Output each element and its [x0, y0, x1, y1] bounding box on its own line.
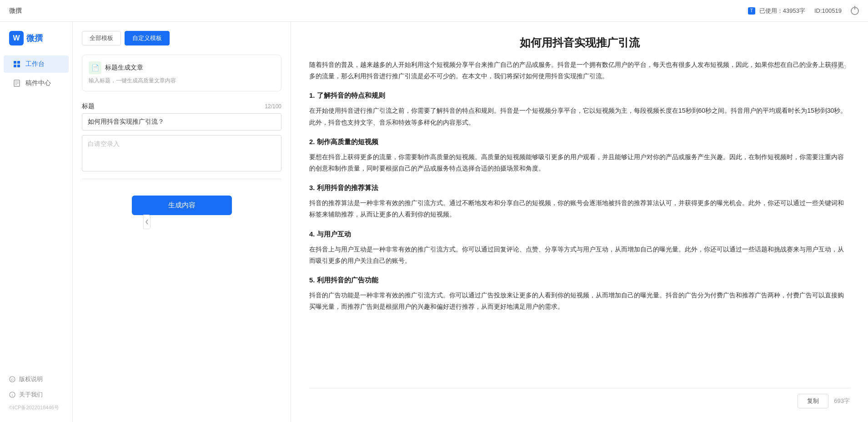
title-input[interactable] [82, 113, 281, 131]
usage-indicator: T 已使用：43953字 [748, 7, 805, 15]
sidebar-bottom: © 版权说明 i 关于我们 ©ICP备2022018446号 [0, 372, 72, 422]
sidebar-item-copyright[interactable]: © 版权说明 [0, 372, 72, 387]
sidebar: W 微撰 工作台 [0, 22, 73, 422]
drafts-label: 稿件中心 [25, 79, 51, 87]
tab-bar: 全部模板 自定义模板 [82, 31, 281, 45]
sidebar-item-drafts[interactable]: 稿件中心 [4, 75, 69, 92]
copy-button[interactable]: 复制 [798, 394, 828, 408]
main-layout: W 微撰 工作台 [0, 22, 868, 422]
collapse-toggle[interactable] [143, 215, 151, 229]
form-section: 标题 12/100 白请空录入 [82, 102, 281, 171]
icp-text: ©ICP备2022018446号 [0, 402, 72, 413]
drafts-icon [13, 79, 21, 87]
workbench-icon [13, 60, 21, 68]
logo-area: W 微撰 [0, 26, 72, 55]
tab-all-templates[interactable]: 全部模板 [82, 31, 121, 45]
svg-rect-3 [17, 65, 20, 67]
usage-icon: T [748, 7, 755, 15]
article-para-1: 在开始使用抖音进行推广引流之前，你需要了解抖音的特点和规则。抖音是一个短视频分享… [309, 105, 850, 128]
article-para-4: 在抖音上与用户互动是一种非常有效的推广引流方式。你可以通过回复评论、点赞、分享等… [309, 244, 850, 266]
svg-rect-2 [14, 65, 16, 67]
template-name: 标题生成文章 [105, 64, 143, 72]
about-label: 关于我们 [19, 391, 43, 399]
page-counter: 11/100 [829, 63, 846, 73]
usage-text: 已使用：43953字 [759, 7, 805, 15]
right-bottom-bar: 复制 693字 [309, 388, 850, 408]
article-para-2: 要想在抖音上获得更多的流量，你需要制作高质量的短视频。高质量的短视频能够吸引更多… [309, 151, 850, 174]
article-content[interactable]: 11/100 随着抖音的普及，越来越多的人开始利用这个短视频分享平台来推广自己的… [309, 59, 850, 388]
logo-text: 微撰 [26, 33, 43, 44]
logo-icon: W [9, 31, 24, 45]
textarea-placeholder[interactable]: 白请空录入 [82, 135, 281, 171]
user-id: ID:100519 [814, 7, 842, 14]
divider [82, 179, 281, 179]
word-count: 693字 [834, 397, 850, 405]
article-heading-5: 5. 利用抖音的广告功能 [309, 274, 850, 286]
template-card-header: 📄 标题生成文章 [89, 61, 275, 74]
sidebar-item-about[interactable]: i 关于我们 [0, 387, 72, 402]
article-para-5: 抖音的广告功能是一种非常有效的推广引流方式。你可以通过广告投放来让更多的人看到你… [309, 290, 850, 312]
article-heading-1: 1. 了解抖音的特点和规则 [309, 89, 850, 101]
workbench-label: 工作台 [25, 60, 45, 68]
template-desc: 输入标题，一键生成高质量文章内容 [89, 77, 275, 85]
svg-text:i: i [12, 393, 13, 397]
left-panel: 全部模板 自定义模板 📄 标题生成文章 输入标题，一键生成高质量文章内容 标题 … [73, 22, 291, 422]
template-card[interactable]: 📄 标题生成文章 输入标题，一键生成高质量文章内容 [82, 55, 281, 91]
article-title: 如何用抖音实现推广引流 [309, 35, 850, 50]
svg-rect-1 [17, 61, 20, 64]
topbar-title: 微撰 [9, 7, 22, 15]
article-heading-4: 4. 与用户互动 [309, 228, 850, 240]
article-intro: 随着抖音的普及，越来越多的人开始利用这个短视频分享平台来推广自己的产品或服务。抖… [309, 59, 850, 82]
right-panel: 如何用抖音实现推广引流 11/100 随着抖音的普及，越来越多的人开始利用这个短… [291, 22, 868, 422]
svg-rect-0 [14, 61, 16, 64]
form-counter: 12/100 [265, 103, 281, 110]
article-para-3: 抖音的推荐算法是一种非常有效的推广引流方式。通过不断地发布和分享自己的短视频，你… [309, 197, 850, 220]
tab-custom-templates[interactable]: 自定义模板 [125, 31, 170, 45]
generate-button[interactable]: 生成内容 [132, 196, 232, 215]
topbar: 微撰 T 已使用：43953字 ID:100519 [0, 0, 868, 22]
copyright-label: 版权说明 [19, 375, 43, 383]
article-heading-2: 2. 制作高质量的短视频 [309, 136, 850, 148]
topbar-right: T 已使用：43953字 ID:100519 [748, 7, 859, 15]
content-area: 全部模板 自定义模板 📄 标题生成文章 输入标题，一键生成高质量文章内容 标题 … [73, 22, 868, 422]
svg-text:©: © [11, 378, 14, 382]
template-icon: 📄 [89, 61, 101, 74]
article-heading-3: 3. 利用抖音的推荐算法 [309, 181, 850, 194]
logout-button[interactable] [851, 7, 859, 15]
form-label-row: 标题 12/100 [82, 102, 281, 111]
form-label: 标题 [82, 102, 95, 111]
sidebar-item-workbench[interactable]: 工作台 [4, 55, 69, 73]
